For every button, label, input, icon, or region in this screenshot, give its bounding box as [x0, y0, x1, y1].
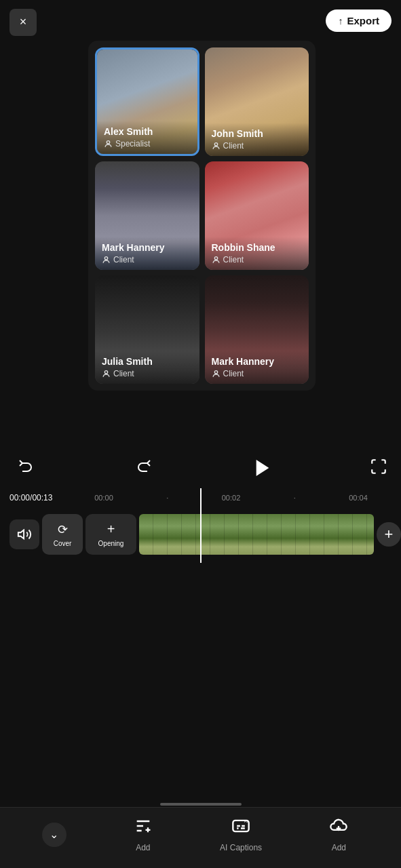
toolbar-item-ai-captions[interactable]: AI AI Captions — [220, 816, 262, 852]
card-mark-hannery-2[interactable]: Mark Hannery Client — [205, 275, 309, 384]
svg-marker-6 — [256, 460, 269, 476]
export-label: Export — [347, 15, 379, 26]
close-button[interactable]: × — [9, 9, 37, 36]
export-button[interactable]: ↑ Export — [326, 9, 392, 32]
play-icon — [252, 457, 273, 479]
playhead[interactable] — [200, 488, 202, 563]
svg-point-2 — [104, 256, 107, 259]
fullscreen-icon — [370, 458, 387, 475]
toolbar-item-add-text[interactable]: Add — [123, 816, 164, 852]
card-info-john: John Smith Client — [205, 123, 309, 156]
person-icon-john — [212, 142, 221, 151]
svg-point-5 — [214, 370, 217, 373]
text-plus-icon — [134, 816, 153, 835]
ai-captions-icon: AI — [231, 816, 250, 840]
card-name-mark2: Mark Hannery — [212, 356, 303, 367]
card-role-alex: Specialist — [104, 139, 191, 149]
clip-opening[interactable]: + Opening — [85, 514, 136, 555]
toolbar-item-add-extra[interactable]: Add — [318, 816, 359, 852]
undo-button[interactable] — [14, 456, 38, 480]
card-name-alex: Alex Smith — [104, 126, 191, 137]
card-info-julia: Julia Smith Client — [95, 351, 199, 384]
collapse-icon: ⌄ — [50, 828, 58, 841]
person-icon-mark2 — [212, 370, 221, 378]
card-role-john: Client — [212, 141, 303, 151]
cover-label: Cover — [54, 540, 72, 547]
card-panel: Alex Smith Specialist John Smith — [88, 41, 316, 391]
card-name-julia: Julia Smith — [102, 356, 193, 367]
add-extra-label: Add — [332, 843, 346, 852]
add-text-icon — [134, 816, 153, 840]
svg-point-1 — [214, 142, 217, 145]
svg-text:AI: AI — [244, 819, 248, 823]
person-icon-julia — [102, 370, 111, 378]
add-clip-button[interactable]: + — [377, 522, 401, 547]
dark-right — [313, 44, 401, 451]
svg-point-3 — [214, 256, 217, 259]
person-icon-alex — [104, 140, 113, 149]
card-info-mark: Mark Hannery Client — [95, 237, 199, 270]
controls-bar — [0, 448, 401, 488]
redo-icon — [136, 460, 152, 476]
card-name-mark: Mark Hannery — [102, 242, 193, 253]
fullscreen-button[interactable] — [370, 458, 387, 479]
ai-captions-label: AI Captions — [220, 843, 262, 852]
opening-label: Opening — [98, 540, 124, 547]
card-john-smith[interactable]: John Smith Client — [205, 47, 309, 156]
card-name-john: John Smith — [212, 128, 303, 139]
add-text-label: Add — [136, 843, 150, 852]
cloud-plus-icon — [329, 816, 348, 835]
card-role-robbin: Client — [212, 255, 303, 264]
opening-icon: + — [107, 521, 115, 537]
track-clips: ⟳ Cover + Opening + — [42, 514, 401, 555]
person-icon-robbin — [212, 256, 221, 264]
svg-marker-7 — [18, 530, 24, 539]
clip-cover[interactable]: ⟳ Cover — [42, 514, 83, 555]
svg-point-4 — [104, 370, 107, 373]
add-extra-icon — [329, 816, 348, 840]
card-mark-hannery[interactable]: Mark Hannery Client — [95, 161, 199, 270]
card-alex-smith[interactable]: Alex Smith Specialist — [95, 47, 199, 156]
play-button[interactable] — [249, 454, 276, 481]
time-markers: 00:00 · 00:02 · 00:04 — [68, 494, 401, 502]
scroll-indicator — [160, 803, 242, 806]
redo-button[interactable] — [132, 456, 156, 480]
card-info-robbin: Robbin Shane Client — [205, 237, 309, 270]
card-grid: Alex Smith Specialist John Smith — [95, 47, 309, 384]
card-info-mark2: Mark Hannery Client — [205, 351, 309, 384]
person-icon-mark — [102, 256, 111, 264]
svg-point-0 — [107, 140, 109, 143]
clip-video[interactable] — [139, 514, 374, 555]
undo-icon — [18, 460, 34, 476]
cover-icon: ⟳ — [58, 522, 68, 537]
card-robbin-shane[interactable]: Robbin Shane Client — [205, 161, 309, 270]
card-info-alex: Alex Smith Specialist — [97, 121, 197, 154]
card-role-mark: Client — [102, 255, 193, 264]
dark-left — [0, 44, 88, 451]
export-icon: ↑ — [338, 16, 343, 26]
time-display: 00:00/00:13 — [0, 493, 68, 502]
captions-ai-icon: AI — [231, 816, 250, 835]
card-role-julia: Client — [102, 369, 193, 378]
card-julia-smith[interactable]: Julia Smith Client — [95, 275, 199, 384]
bottom-toolbar: ⌄ Add AI AI Captions Add — [0, 807, 401, 868]
card-name-robbin: Robbin Shane — [212, 242, 303, 253]
collapse-button[interactable]: ⌄ — [42, 823, 66, 847]
volume-icon — [17, 527, 32, 542]
card-role-mark2: Client — [212, 369, 303, 378]
volume-button[interactable] — [9, 519, 39, 549]
